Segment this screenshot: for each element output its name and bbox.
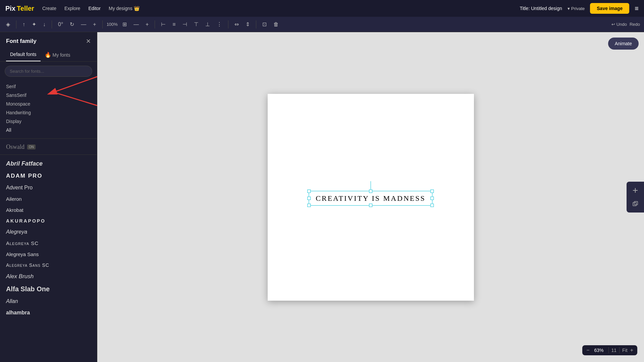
flip-h-icon[interactable]: ⇔	[232, 20, 241, 29]
align-bottom-icon[interactable]: ⋮	[215, 20, 224, 29]
zoom-minus-icon[interactable]: —	[131, 20, 141, 29]
zoom-fit-button[interactable]: Fit	[622, 348, 628, 353]
duplicate-button[interactable]	[629, 198, 641, 210]
on-badge: ON	[27, 144, 36, 149]
align-middle-icon[interactable]: ⊥	[203, 20, 212, 29]
align-top-icon[interactable]: ⊤	[192, 20, 201, 29]
move-up-icon[interactable]: ↑	[20, 20, 27, 29]
tab-my-fonts[interactable]: 🔥 My fonts	[41, 49, 74, 61]
design-canvas: CREATIVITY IS MADNESS	[268, 94, 474, 301]
font-item-adam-pro[interactable]: ADAM PRO	[0, 170, 97, 182]
redo-button[interactable]: Redo	[630, 22, 640, 27]
minus-icon[interactable]: —	[79, 20, 88, 29]
crop-icon[interactable]: ⊡	[260, 20, 269, 29]
grid-icon[interactable]: ⊞	[120, 20, 129, 29]
font-item-alegreya-sc[interactable]: Alegreya SC	[0, 238, 97, 249]
zoom-percentage: 63%	[592, 348, 606, 353]
main-layout: Font family ✕ Default fonts 🔥 My fonts S…	[0, 32, 644, 362]
handle-middle-right[interactable]	[431, 197, 434, 200]
search-input[interactable]	[5, 66, 92, 77]
add-element-button[interactable]	[629, 184, 641, 196]
category-serif[interactable]: Serif	[6, 82, 91, 91]
font-list: Abril Fatface ADAM PRO Advent Pro Ailero…	[0, 156, 97, 362]
app-logo[interactable]: PixTeller	[5, 5, 34, 12]
plus-icon[interactable]: +	[91, 20, 98, 29]
sidebar-title: Font family	[6, 38, 37, 45]
handle-bottom-left[interactable]	[307, 204, 311, 207]
zoom-controls: − 63% 11 Fit +	[582, 345, 637, 355]
category-handwriting[interactable]: Handwriting	[6, 108, 91, 117]
font-item-alfa-slab-one[interactable]: Alfa Slab One	[0, 283, 97, 296]
flip-v-icon[interactable]: ⇕	[244, 20, 252, 29]
rotate-value[interactable]: 0°	[56, 20, 65, 29]
undo-button[interactable]: ↩ Undo	[611, 22, 627, 27]
sidebar-divider-1	[0, 138, 97, 139]
right-tools-panel	[627, 182, 644, 213]
save-button[interactable]: Save image	[590, 3, 629, 14]
svg-rect-4	[633, 190, 638, 191]
category-sansserif[interactable]: SansSerif	[6, 91, 91, 100]
sidebar-divider-2	[0, 155, 97, 155]
logo-teller: Teller	[17, 5, 34, 12]
svg-rect-5	[633, 202, 636, 206]
toolbar-divider-4	[155, 20, 155, 28]
close-icon[interactable]: ✕	[86, 38, 91, 45]
delete-icon[interactable]: 🗑	[271, 20, 281, 29]
text-element[interactable]: CREATIVITY IS MADNESS	[309, 191, 432, 206]
font-item-abril-fatface[interactable]: Abril Fatface	[0, 158, 97, 170]
nav-editor[interactable]: Editor	[88, 6, 101, 11]
font-item-alegreya-sans-sc[interactable]: Alegreya Sans SC	[0, 260, 97, 270]
fire-icon: 🔥	[45, 52, 51, 58]
private-button[interactable]: ▾ Private	[568, 6, 585, 11]
oswald-label[interactable]: Oswald	[6, 143, 24, 150]
nav-explore[interactable]: Explore	[64, 6, 80, 11]
design-title-area: Title: Untitled design	[520, 6, 562, 11]
handle-bottom-middle[interactable]	[369, 204, 372, 207]
undo-redo-group: ↩ Undo Redo	[611, 22, 640, 27]
menu-button[interactable]: ≡	[635, 5, 639, 12]
animate-button[interactable]: Animate	[608, 38, 639, 50]
canvas-text-content: CREATIVITY IS MADNESS	[316, 194, 425, 202]
nav-create[interactable]: Create	[42, 6, 56, 11]
main-toolbar: ◈ ↑ ✦ ↓ 0° ↻ — + 100% ⊞ — + ⊢ ≡ ⊣ ⊤ ⊥ ⋮ …	[0, 17, 644, 32]
font-item-advent-pro[interactable]: Advent Pro	[0, 182, 97, 193]
font-family-sidebar: Font family ✕ Default fonts 🔥 My fonts S…	[0, 32, 97, 362]
zoom-plus-icon[interactable]: +	[144, 20, 151, 29]
handle-top-middle[interactable]	[369, 190, 372, 193]
handle-top-right[interactable]	[431, 190, 434, 193]
layers-icon[interactable]: ◈	[4, 20, 12, 29]
svg-rect-6	[634, 201, 638, 205]
font-item-allan[interactable]: Allan	[0, 296, 97, 307]
toolbar-divider-6	[256, 20, 256, 28]
align-right-icon[interactable]: ⊣	[180, 20, 189, 29]
font-item-akurapopo[interactable]: AKURAPOPO	[0, 216, 97, 226]
top-connection-line	[370, 181, 371, 190]
font-item-alhambra[interactable]: alhambra	[0, 307, 97, 318]
font-item-akrobat[interactable]: Akrobat	[0, 204, 97, 216]
tab-default-fonts[interactable]: Default fonts	[6, 49, 41, 61]
sidebar-header: Font family ✕	[0, 32, 97, 49]
font-tabs: Default fonts 🔥 My fonts	[0, 49, 97, 62]
logo-pix: Pix	[5, 5, 15, 12]
align-center-icon[interactable]: ≡	[170, 20, 177, 29]
category-all[interactable]: All	[6, 126, 91, 134]
nav-mydesigns[interactable]: My designs 👑	[109, 6, 140, 11]
move-down-icon[interactable]: ↓	[41, 20, 48, 29]
category-display[interactable]: Display	[6, 117, 91, 126]
zoom-in-button[interactable]: +	[630, 347, 633, 353]
category-monospace[interactable]: Monospace	[6, 100, 91, 108]
move-icon[interactable]: ✦	[30, 20, 38, 29]
font-item-alegreya-sans[interactable]: Alegreya Sans	[0, 249, 97, 260]
canvas-area[interactable]: CREATIVITY IS MADNESS Animate − 63% 11 F…	[97, 32, 644, 362]
align-left-icon[interactable]: ⊢	[159, 20, 168, 29]
rotate-icon[interactable]: ↻	[68, 20, 76, 29]
font-item-alegreya[interactable]: Alegreya	[0, 226, 97, 238]
font-item-alex-brush[interactable]: Alex Brush	[0, 270, 97, 283]
font-item-aileron[interactable]: Aileron	[0, 193, 97, 204]
nav-right: Title: Untitled design ▾ Private Save im…	[520, 3, 639, 14]
handle-top-left[interactable]	[307, 190, 311, 193]
zoom-out-button[interactable]: −	[586, 347, 589, 353]
handle-middle-left[interactable]	[307, 197, 311, 200]
font-categories: Serif SansSerif Monospace Handwriting Di…	[0, 81, 97, 137]
handle-bottom-right[interactable]	[431, 204, 434, 207]
